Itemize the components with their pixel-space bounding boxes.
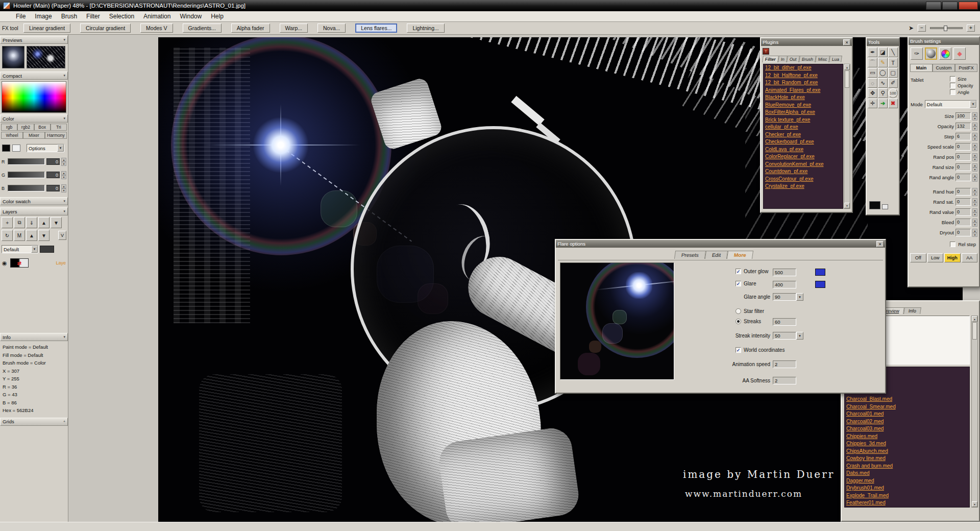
plugin-item[interactable]: cellular_pf.exe bbox=[764, 124, 843, 131]
quality-high-button[interactable]: High bbox=[944, 253, 961, 262]
compact-color-picker[interactable] bbox=[2, 81, 66, 113]
brush-file-item[interactable]: Chippies.med bbox=[845, 433, 969, 441]
duplicate-layer-icon[interactable]: ⧉ bbox=[14, 217, 25, 228]
spinner-up-icon[interactable]: ▲ bbox=[61, 171, 66, 175]
channel-slider[interactable] bbox=[8, 185, 45, 191]
brush-file-item[interactable]: Charcoal03.med bbox=[845, 425, 969, 433]
param-spinner[interactable]: ▲▼ bbox=[972, 143, 977, 151]
plugin-item[interactable]: Crystalize_pf.exe bbox=[764, 183, 843, 190]
move-layer-down-icon[interactable]: ▼ bbox=[38, 230, 50, 241]
menu-item[interactable]: Help bbox=[206, 12, 228, 21]
param-value-box[interactable]: 0 bbox=[955, 229, 971, 236]
scroll-up-icon[interactable]: ▲ bbox=[844, 64, 850, 70]
spinner-up-icon[interactable]: ▲ bbox=[61, 184, 66, 188]
plugin-item[interactable]: CrossContour_pf.exe bbox=[764, 176, 843, 183]
tools-titlebar[interactable]: Tools bbox=[867, 38, 899, 46]
spinner-down-icon[interactable]: ▼ bbox=[972, 127, 977, 131]
spinner-up-icon[interactable]: ▲ bbox=[972, 123, 977, 127]
channel-spinner[interactable]: ▲▼ bbox=[61, 158, 66, 165]
fx-toolbar-button[interactable]: Linear gradient bbox=[23, 23, 70, 33]
plugin-item[interactable]: Checker_pf.exe bbox=[764, 131, 843, 139]
brush-file-item[interactable]: Featherer01.med bbox=[845, 499, 969, 507]
streak-intensity-value[interactable]: 50 bbox=[773, 332, 796, 340]
glare-angle-value[interactable]: 90 bbox=[773, 293, 796, 301]
glare-color-swatch[interactable] bbox=[815, 281, 825, 288]
tablet-checkbox[interactable] bbox=[950, 83, 955, 88]
plugin-item[interactable]: ColdLava_pf.exe bbox=[764, 146, 843, 154]
save-layer-icon[interactable]: ▼ bbox=[51, 217, 62, 228]
param-spinner[interactable]: ▲▼ bbox=[972, 153, 977, 161]
streaks-radio[interactable] bbox=[736, 319, 741, 324]
aa-button[interactable]: AA bbox=[962, 253, 978, 262]
param-value-box[interactable]: 0 bbox=[955, 188, 971, 196]
plugin-item[interactable]: Animated_Flares_pf.exe bbox=[764, 87, 843, 94]
param-value-box[interactable]: 100 bbox=[955, 112, 971, 120]
layer-visibility-button[interactable]: V bbox=[58, 231, 66, 240]
eye-icon[interactable]: ◉ bbox=[2, 260, 7, 267]
menu-item[interactable]: Filter bbox=[82, 12, 105, 21]
scrollbar-track[interactable] bbox=[972, 340, 977, 501]
lasso-tool-icon[interactable]: ∿ bbox=[878, 78, 888, 88]
fx-toolbar-button[interactable]: Modes V bbox=[140, 23, 173, 33]
primary-color-swatch[interactable] bbox=[2, 144, 10, 152]
plugin-item[interactable]: Countdown_pf.exe bbox=[764, 168, 843, 176]
spinner-up-icon[interactable]: ▲ bbox=[972, 163, 977, 167]
spinner-down-icon[interactable]: ▼ bbox=[972, 223, 977, 227]
panel-header-layers[interactable]: Layers ▾ bbox=[0, 207, 68, 215]
brush-tip-icon[interactable]: ✑ bbox=[911, 47, 923, 60]
tab-main[interactable]: Main bbox=[910, 64, 933, 72]
outer-glow-color-swatch[interactable] bbox=[815, 269, 825, 276]
apply-tool-icon[interactable]: ➔ bbox=[878, 99, 888, 108]
spinner-up-icon[interactable]: ▲ bbox=[972, 112, 977, 116]
image-preview-thumbnail[interactable] bbox=[27, 46, 65, 68]
brush-file-item[interactable]: Chippies_3d.med bbox=[845, 440, 969, 448]
tab-edit[interactable]: Edit bbox=[705, 251, 728, 259]
dropdown-arrow-icon[interactable]: ▼ bbox=[796, 332, 803, 340]
param-value-box[interactable]: 0 bbox=[955, 198, 971, 206]
brush-file-item[interactable]: Drybrush01.med bbox=[845, 485, 969, 492]
color-mode-tab[interactable]: Wheel bbox=[1, 132, 23, 139]
brush-file-item[interactable]: Cowboy line.med bbox=[845, 455, 969, 463]
scroll-down-icon[interactable]: ▼ bbox=[844, 203, 850, 208]
quality-off-button[interactable]: Off bbox=[910, 253, 926, 262]
minimize-button[interactable] bbox=[926, 2, 941, 10]
spinner-down-icon[interactable]: ▼ bbox=[61, 175, 66, 179]
dropdown-arrow-icon[interactable]: ▼ bbox=[796, 293, 803, 301]
fx-toolbar-button[interactable]: Nova... bbox=[317, 23, 346, 33]
param-spinner[interactable]: ▲▼ bbox=[972, 133, 977, 140]
spinner-up-icon[interactable]: ▲ bbox=[972, 229, 977, 233]
tab-presets[interactable]: Presets bbox=[674, 251, 706, 259]
outer-glow-checkbox[interactable]: ✓ bbox=[736, 269, 741, 274]
dropdown-arrow-icon[interactable]: ▼ bbox=[57, 144, 64, 152]
animation-speed-value[interactable]: 2 bbox=[773, 360, 796, 368]
brush-file-item[interactable]: Charcoal_Smear.med bbox=[845, 403, 969, 411]
menu-item[interactable]: Image bbox=[30, 12, 56, 21]
color-mode-tab[interactable]: Box bbox=[34, 124, 51, 131]
menu-item[interactable]: File bbox=[11, 12, 30, 21]
plugins-tab-out[interactable]: Out bbox=[787, 56, 800, 62]
load-layer-icon[interactable]: ▲ bbox=[38, 217, 50, 228]
brush-file-item[interactable]: Explode_Trail.med bbox=[845, 492, 969, 500]
glare-checkbox[interactable]: ✓ bbox=[736, 281, 741, 286]
layer-opacity-box[interactable] bbox=[40, 246, 54, 253]
zoom-slider-thumb[interactable] bbox=[944, 26, 947, 31]
rect-select-tool-icon[interactable]: ▢ bbox=[888, 68, 898, 78]
panel-header-compact[interactable]: Compact ▾ bbox=[0, 71, 68, 80]
color-mode-tab[interactable]: Tri bbox=[51, 124, 67, 131]
plugins-titlebar[interactable]: Plugins ✕ bbox=[761, 38, 852, 46]
quality-low-button[interactable]: Low bbox=[927, 253, 944, 262]
streaks-value[interactable]: 60 bbox=[773, 318, 796, 326]
param-spinner[interactable]: ▲▼ bbox=[972, 208, 977, 216]
pen-tool-icon[interactable]: ✒ bbox=[868, 47, 877, 57]
plugin-item[interactable]: 12_bit_dither_pf.exe bbox=[764, 64, 843, 72]
collapse-icon[interactable]: ▾ bbox=[63, 335, 65, 339]
text-tool-icon[interactable]: T bbox=[888, 58, 898, 67]
tablet-checkbox[interactable] bbox=[950, 89, 955, 95]
cancel-tool-icon[interactable]: ✖ bbox=[888, 99, 898, 108]
fx-toolbar-button[interactable]: Lightning... bbox=[407, 23, 444, 33]
param-value-box[interactable]: 0 bbox=[955, 208, 971, 216]
panel-header-previews[interactable]: Previews ▾ bbox=[0, 36, 68, 44]
scroll-up-icon[interactable]: ▲ bbox=[972, 316, 977, 322]
param-spinner[interactable]: ▲▼ bbox=[972, 112, 977, 120]
color-mode-tab[interactable]: Mixer bbox=[23, 132, 45, 139]
